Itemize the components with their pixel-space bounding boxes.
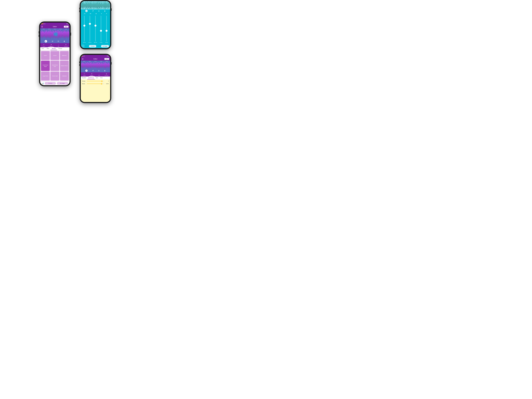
- svg-rect-19: [51, 32, 51, 36]
- svg-rect-54: [55, 32, 55, 36]
- eq-thumb-1khz[interactable]: [100, 30, 102, 32]
- sub-tab-gain-1[interactable]: Gain: [40, 47, 45, 50]
- svg-rect-74: [89, 3, 90, 7]
- delete-btn-3[interactable]: 🗑: [104, 70, 106, 71]
- tab-filters-1[interactable]: ✏ Filters: [40, 43, 48, 47]
- vol-down-btn[interactable]: [39, 34, 39, 37]
- eq-track-40hz[interactable]: [84, 16, 85, 41]
- svg-rect-20: [51, 31, 52, 38]
- crop-btn-2[interactable]: ⊡: [98, 10, 100, 12]
- eq-thumb-120hz[interactable]: [89, 23, 91, 25]
- svg-rect-129: [91, 62, 91, 69]
- delete-btn-1[interactable]: 🗑: [63, 40, 65, 42]
- play-btn-2[interactable]: ▶: [85, 10, 88, 12]
- reverb-cathedral[interactable]: Cathedral: [60, 72, 69, 81]
- sub-tab-reverb-1[interactable]: Reverb: [51, 47, 57, 50]
- sub-tab-echo[interactable]: ((( Echo ))): [87, 76, 95, 79]
- eq-track-120hz[interactable]: [90, 16, 90, 41]
- sub-tab-pitch[interactable]: Pitch: [99, 76, 104, 79]
- sub-tab-gain[interactable]: Gain: [95, 76, 99, 79]
- tab-mix-1[interactable]: ♪ Mix: [55, 43, 62, 47]
- svg-rect-84: [95, 4, 95, 7]
- play-btn-1[interactable]: ▶: [44, 40, 47, 43]
- eq-track-400hz[interactable]: [95, 16, 96, 41]
- reverb-bathroom[interactable]: Bathroom: [60, 51, 69, 60]
- svg-rect-67: [85, 2, 86, 9]
- power-btn-3[interactable]: [111, 62, 112, 64]
- beats-track[interactable]: [87, 83, 104, 84]
- crop-btn-3[interactable]: ⊡: [98, 70, 100, 72]
- sub-tab-pitch-1[interactable]: Pitch: [45, 47, 51, 50]
- tab-moment-3[interactable]: ⊕ Moment: [103, 72, 110, 76]
- svg-rect-157: [107, 63, 107, 68]
- beats-knob[interactable]: [101, 83, 102, 84]
- svg-rect-35: [60, 32, 60, 36]
- eq-track-4khz[interactable]: [106, 16, 107, 41]
- vol-up-btn-2[interactable]: [79, 8, 80, 10]
- reverb-church-hall[interactable]: Church Hall: [51, 72, 59, 81]
- sub-tab-flanger-1[interactable]: Flanger: [57, 47, 63, 50]
- reverb-small-room-dark[interactable]: Small Room Dark: [51, 61, 59, 71]
- undo-btn-1[interactable]: ↺: [52, 40, 53, 42]
- eq-thumb-40hz[interactable]: [83, 25, 85, 27]
- svg-rect-104: [106, 3, 106, 7]
- svg-rect-66: [85, 4, 85, 7]
- tab-moment-1[interactable]: ⊕ Moment: [62, 43, 70, 47]
- delete-btn-2[interactable]: 🗑: [104, 10, 106, 12]
- tab-effects-1[interactable]: ✦ Effects: [48, 43, 55, 47]
- svg-rect-47: [66, 32, 67, 36]
- vol-up-btn-3[interactable]: [79, 61, 80, 63]
- svg-rect-56: [56, 33, 56, 36]
- magic-icon[interactable]: ⧉: [82, 45, 84, 47]
- eq-preview-btn[interactable]: Preview: [89, 45, 96, 47]
- svg-rect-111: [81, 63, 82, 68]
- svg-rect-138: [96, 62, 96, 68]
- save-button-3[interactable]: Save: [104, 58, 109, 60]
- svg-rect-133: [93, 62, 94, 68]
- reverb-vocal-ii[interactable]: Vocal II: [51, 51, 59, 60]
- reverb-vocal-i[interactable]: Vocal I: [41, 51, 50, 60]
- filters-icon-1: ✏: [43, 44, 44, 46]
- vol-up-btn[interactable]: [39, 31, 39, 34]
- svg-rect-127: [90, 62, 90, 68]
- power-btn[interactable]: [71, 32, 71, 36]
- svg-rect-78: [92, 3, 92, 7]
- waveform-3[interactable]: [81, 62, 110, 69]
- crop-btn-1[interactable]: ⊡: [58, 40, 59, 42]
- save-button-1[interactable]: Save: [64, 26, 69, 28]
- svg-rect-70: [87, 1, 87, 9]
- svg-rect-135: [94, 63, 95, 68]
- tab-effects-3[interactable]: ✦ Effects: [88, 72, 95, 76]
- tab-filters-3[interactable]: ✏ Filters: [81, 72, 88, 76]
- svg-rect-110: [109, 3, 110, 7]
- tab-mix-3[interactable]: ♪ Mix: [95, 72, 103, 76]
- vol-down-btn-3[interactable]: [79, 64, 80, 66]
- reverb-small-room-bright[interactable]: Small Room Bright: [41, 61, 50, 71]
- decay-knob[interactable]: [101, 80, 103, 82]
- eq-thumb-400hz[interactable]: [95, 25, 96, 27]
- undo-btn-2[interactable]: ↺: [92, 10, 94, 12]
- reverb-medium-room[interactable]: Medium Room: [60, 61, 69, 71]
- eq-track-1khz[interactable]: [101, 16, 101, 41]
- beats-fill: [87, 83, 101, 84]
- preview-btn-1[interactable]: Preview: [44, 82, 56, 85]
- decay-track[interactable]: [87, 81, 104, 81]
- undo-btn-3[interactable]: ↺: [92, 70, 94, 72]
- eq-col-4khz: 4 KHz: [104, 16, 109, 44]
- svg-rect-44: [65, 30, 65, 39]
- play-btn-3[interactable]: ▶: [85, 70, 88, 72]
- reverb-large-room[interactable]: Large Room: [41, 72, 50, 81]
- svg-rect-68: [86, 3, 86, 7]
- sub-tab-equalizer[interactable]: Equalizer: [81, 76, 87, 79]
- vol-down-btn-2[interactable]: [79, 10, 80, 12]
- power-btn-2[interactable]: [111, 8, 112, 11]
- eq-area: 12 24 12 0 0 40 Hz: [81, 13, 110, 48]
- menu-icon-3[interactable]: ☰: [82, 58, 83, 60]
- menu-icon-1[interactable]: ☰: [41, 26, 43, 28]
- chart-icon-1[interactable]: 📊: [42, 82, 44, 84]
- eq-thumb-4khz[interactable]: [106, 30, 108, 32]
- reverb-grid-1: Vocal I Vocal II Bathroom Small Room Bri…: [40, 50, 70, 81]
- domagic-btn-1[interactable]: Do Magic: [57, 82, 68, 85]
- waveform-1[interactable]: [40, 30, 70, 39]
- eq-domagic-btn[interactable]: Do Magic: [101, 45, 109, 47]
